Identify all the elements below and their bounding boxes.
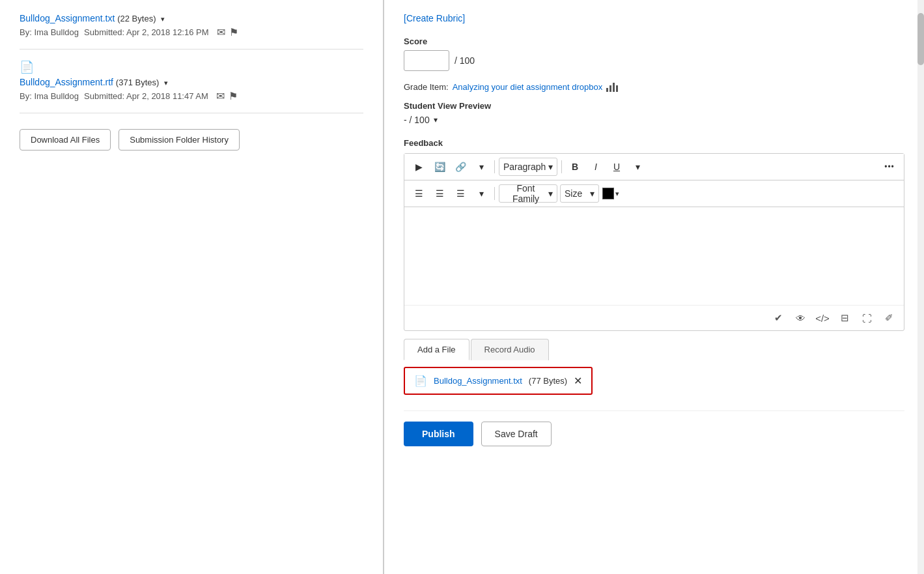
bar-chart-icon [606,81,618,92]
attachment-doc-icon: 📄 [414,375,427,387]
font-family-arrow: ▾ [548,188,553,199]
attachment-box: 📄 Bulldog_Assignment.txt (77 Bytes) ✕ [404,367,593,395]
toolbar-row-2: ☰ ☰ ☰ ▾ Font Family ▾ Size ▾ ▾ [404,180,904,207]
toolbar-font-dropdown[interactable]: Font Family ▾ [499,184,557,203]
grade-item-link[interactable]: Analyzing your diet assignment dropbox [453,82,603,92]
score-input[interactable] [404,50,449,71]
toolbar-underline-btn[interactable]: U [608,158,626,176]
toolbar-camera-btn[interactable]: 🔄 [430,158,449,176]
download-all-button[interactable]: Download All Files [20,129,111,151]
student-view-arrow: ▾ [434,115,438,124]
email-icon: ✉ [217,26,225,38]
toolbar-bold-btn[interactable]: B [566,158,584,176]
file-entry-2: 📄 Bulldog_Assignment.rtf (371 Bytes) ▾ B… [20,60,363,113]
tab-record-audio[interactable]: Record Audio [471,339,549,360]
toolbar-paragraph-dropdown[interactable]: Paragraph ▾ [499,158,557,176]
size-label: Size [565,188,582,199]
editor-footer: ✔ 👁 </> ⊟ ⛶ ✐ [404,305,904,330]
score-label: Score [404,36,904,46]
student-view-section: Student View Preview - / 100 ▾ [404,101,904,125]
toolbar-color-btn[interactable]: ▾ [602,184,620,203]
file1-meta: By: Ima Bulldog Submitted: Apr 2, 2018 1… [20,26,363,38]
file2-link[interactable]: Bulldog_Assignment.rtf [20,77,113,87]
fullscreen-icon[interactable]: ⛶ [858,309,875,326]
file2-meta-icons: ✉ ⚑ [216,90,238,102]
edit-icon[interactable]: ✐ [880,309,897,326]
toolbar-list-dropdown-btn[interactable]: ▾ [472,184,490,203]
create-rubric-link[interactable]: [Create Rubric] [404,13,465,23]
size-arrow: ▾ [590,188,595,199]
action-buttons: Download All Files Submission Folder His… [20,129,363,151]
editor-body[interactable] [404,207,904,305]
flag-icon: ⚑ [229,26,238,38]
save-draft-button[interactable]: Save Draft [481,422,552,446]
file2-dropdown-icon[interactable]: ▾ [164,79,168,87]
file2-size: (371 Bytes) [116,78,160,87]
toolbar-link-btn[interactable]: 🔗 [451,158,469,176]
color-swatch [602,188,614,199]
toolbar-play-btn[interactable]: ▶ [410,158,428,176]
file1-dropdown-icon[interactable]: ▾ [161,15,165,23]
grade-item-label: Grade Item: [404,82,449,92]
scrollbar-track[interactable] [917,0,924,574]
toolbar-sep-1 [494,160,495,173]
font-family-label: Font Family [503,183,548,204]
file1-link[interactable]: Bulldog_Assignment.txt [20,13,115,23]
accessibility-icon[interactable]: 👁 [792,309,809,326]
toolbar-sep-2 [561,160,562,173]
file2-meta: By: Ima Bulldog Submitted: Apr 2, 2018 1… [20,90,363,102]
score-row: / 100 [404,50,904,71]
grade-item-row: Grade Item: Analyzing your diet assignme… [404,81,904,92]
student-view-label: Student View Preview [404,101,904,111]
file-entry-1: Bulldog_Assignment.txt (22 Bytes) ▾ By: … [20,13,363,50]
feedback-editor: ▶ 🔄 🔗 ▾ Paragraph ▾ B I U ▾ ••• ☰ ☰ ☰ ▾ [404,153,904,331]
toolbar-format-dropdown-btn[interactable]: ▾ [628,158,647,176]
bottom-actions: Publish Save Draft [404,410,904,446]
paragraph-arrow: ▾ [548,162,553,172]
submission-history-button[interactable]: Submission Folder History [119,129,240,151]
toolbar-size-dropdown[interactable]: Size ▾ [560,184,599,203]
email2-icon: ✉ [216,90,225,102]
student-view-value: - / 100 [404,115,430,125]
scrollbar-thumb[interactable] [917,13,924,65]
publish-button[interactable]: Publish [404,422,473,446]
attachment-close-btn[interactable]: ✕ [574,376,582,386]
color-arrow: ▾ [615,190,619,198]
toolbar-align-left-btn[interactable]: ☰ [410,184,428,203]
file2-doc-icon: 📄 [20,60,363,74]
student-view-select[interactable]: - / 100 ▾ [404,115,904,125]
file1-size: (22 Bytes) [117,14,156,23]
score-max: / 100 [455,55,475,66]
left-panel: Bulldog_Assignment.txt (22 Bytes) ▾ By: … [0,0,384,574]
flag2-icon: ⚑ [229,90,238,102]
tab-add-file[interactable]: Add a File [404,339,469,360]
toolbar-more-btn[interactable]: ••• [880,158,899,176]
feedback-label: Feedback [404,138,904,148]
toolbar-align-center-btn[interactable]: ☰ [430,184,449,203]
toolbar-row-1: ▶ 🔄 🔗 ▾ Paragraph ▾ B I U ▾ ••• [404,154,904,180]
source-code-icon[interactable]: </> [814,309,831,326]
paragraph-label: Paragraph [503,162,546,172]
preview-icon[interactable]: ⊟ [836,309,853,326]
toolbar-insert-dropdown-btn[interactable]: ▾ [472,158,490,176]
toolbar-italic-btn[interactable]: I [587,158,605,176]
right-panel: [Create Rubric] Score / 100 Grade Item: … [384,0,924,574]
tab-row: Add a File Record Audio [404,339,904,360]
attachment-link[interactable]: Bulldog_Assignment.txt [434,376,522,386]
toolbar-list-btn[interactable]: ☰ [451,184,469,203]
file1-meta-icons: ✉ ⚑ [217,26,238,38]
spellcheck-icon[interactable]: ✔ [770,309,787,326]
toolbar-sep-3 [494,187,495,200]
attachment-size: (77 Bytes) [529,376,567,386]
score-section: Score / 100 [404,36,904,71]
